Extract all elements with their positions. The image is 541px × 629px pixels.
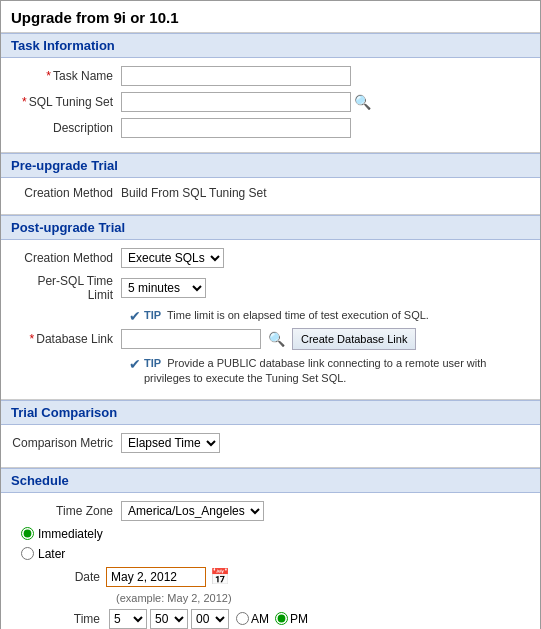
tip2-row: ✔ TIP Provide a PUBLIC database link con… [11, 356, 530, 387]
time-zone-select[interactable]: America/Los_Angeles America/New_York UTC [121, 501, 264, 521]
sql-tuning-set-row: *SQL Tuning Set 🔍 [11, 92, 530, 112]
comparison-metric-row: Comparison Metric Elapsed Time CPU Time … [11, 433, 530, 453]
sql-tuning-set-label: *SQL Tuning Set [11, 95, 121, 109]
task-info-header: Task Information [1, 33, 540, 58]
minute-select[interactable]: 00051015 20253035 40455055 [150, 609, 188, 629]
task-name-row: *Task Name [11, 66, 530, 86]
am-label: AM [251, 612, 269, 626]
pre-upgrade-creation-method-label: Creation Method [11, 186, 121, 200]
tip1-label: TIP [144, 309, 161, 321]
sql-tuning-set-search-button[interactable]: 🔍 [351, 94, 374, 110]
db-link-input-area: 🔍 Create Database Link [121, 328, 416, 350]
description-label: Description [11, 121, 121, 135]
tip1-text: TIP Time limit is on elapsed time of tes… [144, 308, 429, 323]
comparison-metric-label: Comparison Metric [11, 436, 121, 450]
time-zone-label: Time Zone [11, 504, 121, 518]
db-link-search-button[interactable]: 🔍 [265, 331, 288, 347]
pre-upgrade-creation-method-value: Build From SQL Tuning Set [121, 186, 267, 200]
post-upgrade-creation-method-label: Creation Method [11, 251, 121, 265]
required-star3: * [30, 332, 35, 346]
db-link-row: *Database Link 🔍 Create Database Link [11, 328, 530, 350]
trial-comparison-body: Comparison Metric Elapsed Time CPU Time … [1, 425, 540, 467]
date-input[interactable] [106, 567, 206, 587]
per-sql-label: Per-SQL Time Limit [11, 274, 121, 302]
immediately-row: Immediately [21, 527, 530, 541]
time-zone-row: Time Zone America/Los_Angeles America/Ne… [11, 501, 530, 521]
comparison-metric-select[interactable]: Elapsed Time CPU Time Buffer Gets Disk R… [121, 433, 220, 453]
per-sql-row: Per-SQL Time Limit 5 minutes 10 minutes … [11, 274, 530, 302]
pre-upgrade-body: Creation Method Build From SQL Tuning Se… [1, 178, 540, 214]
required-star2: * [22, 95, 27, 109]
page-title: Upgrade from 9i or 10.1 [1, 1, 540, 33]
description-input[interactable] [121, 118, 351, 138]
schedule-header: Schedule [1, 468, 540, 493]
pm-radio[interactable] [275, 612, 288, 625]
later-label: Later [38, 547, 65, 561]
later-radio[interactable] [21, 547, 34, 560]
task-name-input[interactable] [121, 66, 351, 86]
schedule-body: Time Zone America/Los_Angeles America/Ne… [1, 493, 540, 629]
pre-upgrade-header: Pre-upgrade Trial [1, 153, 540, 178]
per-sql-time-select[interactable]: 5 minutes 10 minutes 15 minutes 30 minut… [121, 278, 206, 298]
immediately-radio[interactable] [21, 527, 34, 540]
am-option[interactable]: AM [236, 612, 269, 626]
date-hint: (example: May 2, 2012) [116, 592, 232, 604]
db-link-input[interactable] [121, 329, 261, 349]
hour-select[interactable]: 1234 5678 9101112 [109, 609, 147, 629]
post-upgrade-creation-method-select[interactable]: Execute SQLs [121, 248, 224, 268]
db-link-label: *Database Link [11, 332, 121, 346]
tip2-check-icon: ✔ [129, 356, 141, 372]
tip1-check-icon: ✔ [129, 308, 141, 324]
task-info-body: *Task Name *SQL Tuning Set 🔍 Description [1, 58, 540, 152]
calendar-icon[interactable]: 📅 [210, 567, 230, 586]
time-row: Time 1234 5678 9101112 00051015 20253035… [71, 609, 530, 629]
description-row: Description [11, 118, 530, 138]
tip2-label: TIP [144, 357, 161, 369]
tip2-text: TIP Provide a PUBLIC database link conne… [144, 356, 530, 387]
post-upgrade-body: Creation Method Execute SQLs Per-SQL Tim… [1, 240, 540, 399]
page-container: Upgrade from 9i or 10.1 Task Information… [0, 0, 541, 629]
pm-option[interactable]: PM [275, 612, 308, 626]
task-name-label: *Task Name [11, 69, 121, 83]
later-row: Later [21, 547, 530, 561]
trial-comparison-header: Trial Comparison [1, 400, 540, 425]
pm-label: PM [290, 612, 308, 626]
second-select[interactable]: 00051015 20253035 40455055 [191, 609, 229, 629]
ampm-area: AM PM [236, 612, 308, 626]
date-label: Date [71, 570, 106, 584]
sql-tuning-set-input[interactable] [121, 92, 351, 112]
immediately-label: Immediately [38, 527, 103, 541]
date-row: Date 📅 [71, 567, 530, 587]
post-upgrade-header: Post-upgrade Trial [1, 215, 540, 240]
pre-upgrade-creation-method-row: Creation Method Build From SQL Tuning Se… [11, 186, 530, 200]
required-star: * [46, 69, 51, 83]
time-label: Time [71, 612, 106, 626]
create-db-link-button[interactable]: Create Database Link [292, 328, 416, 350]
post-upgrade-creation-method-row: Creation Method Execute SQLs [11, 248, 530, 268]
am-radio[interactable] [236, 612, 249, 625]
date-time-area: Date 📅 (example: May 2, 2012) Time 1234 … [71, 567, 530, 629]
tip1-row: ✔ TIP Time limit is on elapsed time of t… [11, 308, 530, 324]
